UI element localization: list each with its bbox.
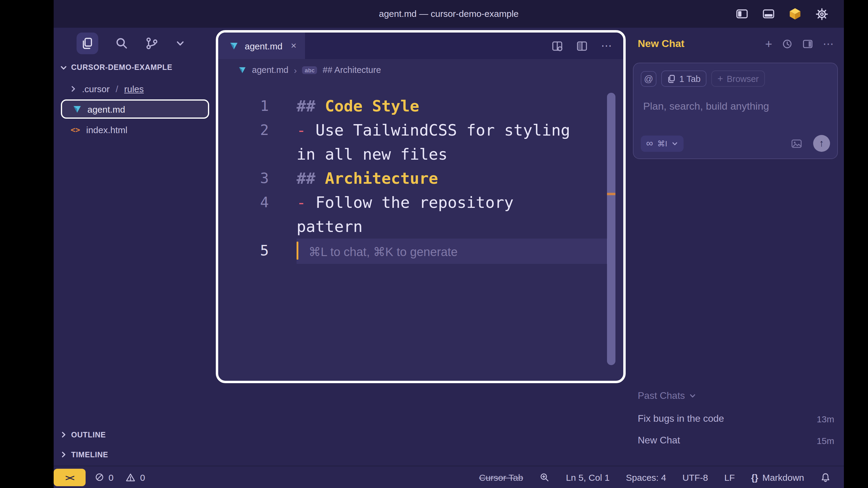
md-list-token: - (297, 193, 315, 212)
open-changes-icon[interactable] (552, 40, 563, 52)
code-editor[interactable]: 1 ## Code Style 2 - Use TailwindCSS for … (218, 81, 623, 264)
plus-icon: + (717, 74, 723, 84)
split-editor-icon[interactable] (576, 40, 588, 52)
main-area: CURSOR-DEMO-EXAMPLE .cursor/rules agent.… (54, 28, 844, 466)
timeline-section-header[interactable]: TIMELINE (54, 445, 216, 464)
infinity-icon: ∞ (646, 138, 653, 149)
encoding-status[interactable]: UTF-8 (682, 472, 708, 482)
app-window: agent.md — cursor-demo-example (54, 0, 844, 488)
cursor-position-status[interactable]: Ln 5, Col 1 (566, 472, 610, 482)
tab-context-chip[interactable]: 1 Tab (661, 70, 707, 87)
remote-icon: >< (65, 473, 74, 482)
braces-icon: {} (751, 472, 758, 482)
chat-header-actions: + ⋯ (765, 37, 834, 51)
editor-group: agent.md × ⋯ agent.md (216, 30, 626, 383)
past-chat-time: 15m (817, 435, 834, 446)
tab-close-icon[interactable]: × (291, 41, 297, 51)
chat-header: New Chat + ⋯ (638, 33, 834, 56)
notifications-bell-icon[interactable] (820, 472, 831, 482)
chat-input-card[interactable]: @ 1 Tab + Browser Plan, search, build an… (633, 63, 838, 159)
file-name: index.html (86, 124, 127, 135)
open-chat-in-editor-icon[interactable] (802, 38, 813, 50)
language-mode-status[interactable]: {} Markdown (751, 472, 804, 482)
tree-item-cursor-rules[interactable]: .cursor/rules (54, 78, 216, 99)
screen: agent.md — cursor-demo-example (0, 0, 868, 488)
breadcrumb: agent.md › abc ## Architecture (218, 59, 623, 81)
text-cursor-caret (297, 241, 299, 260)
toggle-panel-icon[interactable] (762, 7, 775, 21)
source-control-icon[interactable] (145, 37, 158, 50)
cursor-file-icon (238, 66, 247, 74)
editor-scrollbar[interactable] (607, 93, 615, 365)
past-chat-title: New Chat (638, 435, 680, 446)
zoom-icon[interactable] (539, 472, 550, 482)
more-views-chevron-icon[interactable] (176, 38, 185, 48)
past-chat-item-1[interactable]: Fix bugs in the code 13m (638, 410, 834, 428)
tree-item-agent-md[interactable]: agent.md (61, 99, 209, 119)
past-chats-header[interactable]: Past Chats (638, 388, 696, 404)
chat-input-placeholder[interactable]: Plan, search, build anything (643, 101, 769, 113)
new-chat-plus-icon[interactable]: + (765, 38, 772, 50)
title-bar: agent.md — cursor-demo-example (54, 0, 844, 28)
tab-agent-md[interactable]: agent.md × (218, 33, 305, 59)
tree-item-index-html[interactable]: <> index.html (54, 119, 216, 140)
warnings-count: 0 (140, 472, 145, 482)
search-icon[interactable] (115, 37, 128, 50)
folder-path-prefix: .cursor (82, 84, 110, 94)
send-button[interactable]: ↑ (813, 135, 830, 152)
cursor-file-icon (229, 41, 239, 51)
remote-indicator-button[interactable]: >< (54, 469, 86, 486)
past-chat-item-2[interactable]: New Chat 15m (638, 431, 834, 450)
md-text-token: Follow the repository pattern (297, 193, 523, 235)
explorer-view-button[interactable] (76, 33, 98, 54)
editor-actions: ⋯ (552, 33, 623, 59)
chat-title: New Chat (638, 38, 684, 50)
tab-label: agent.md (245, 41, 282, 51)
timeline-label: TIMELINE (71, 450, 108, 459)
past-chat-title: Fix bugs in the code (638, 413, 724, 424)
inline-hint-text: ⌘L to chat, ⌘K to generate (309, 245, 458, 258)
chevron-down-icon (672, 140, 678, 147)
browser-context-chip[interactable]: + Browser (711, 70, 765, 87)
browser-chip-label: Browser (727, 74, 758, 84)
line-number: 4 (218, 190, 269, 238)
settings-gear-icon[interactable] (815, 7, 828, 21)
files-icon (82, 37, 93, 50)
status-bar-right: Cursor Tab Ln 5, Col 1 Spaces: 4 UTF-8 L… (479, 466, 831, 488)
breadcrumb-symbol[interactable]: ## Architecture (323, 65, 381, 75)
problems-status[interactable]: 0 0 (95, 466, 145, 488)
outline-section-header[interactable]: OUTLINE (54, 425, 216, 445)
status-bar: >< 0 0 Cursor Tab Ln 5, Col 1 Spaces: 4 … (54, 466, 844, 488)
mode-shortcut-label: ⌘I (657, 139, 667, 148)
agent-mode-selector[interactable]: ∞ ⌘I (641, 135, 684, 152)
cursor-file-icon (72, 104, 82, 114)
path-separator: / (116, 84, 118, 94)
eol-status[interactable]: LF (724, 472, 735, 482)
breadcrumb-file[interactable]: agent.md (252, 65, 288, 75)
indentation-status[interactable]: Spaces: 4 (626, 472, 666, 482)
chat-history-icon[interactable] (782, 38, 793, 50)
past-chat-time: 13m (817, 414, 834, 424)
cursor-tab-toggle[interactable]: Cursor Tab (479, 472, 523, 482)
explorer-header-label: CURSOR-DEMO-EXAMPLE (71, 63, 173, 72)
language-label: Markdown (763, 472, 804, 482)
md-hash-token: ## (297, 169, 325, 187)
md-text-token: Use TailwindCSS for styling in all new f… (297, 121, 580, 163)
line-number: 1 (218, 94, 269, 118)
chevron-down-icon (60, 64, 67, 71)
breadcrumb-separator-icon: › (294, 65, 297, 75)
explorer-section-header[interactable]: CURSOR-DEMO-EXAMPLE (60, 59, 173, 76)
warnings-icon (126, 472, 136, 482)
tab-chip-label: 1 Tab (679, 74, 701, 84)
past-chats-label: Past Chats (638, 390, 685, 401)
sidebar-bottom-sections: OUTLINE TIMELINE (54, 425, 216, 464)
chevron-right-icon (69, 85, 77, 93)
cursor-logo-icon[interactable] (788, 7, 802, 21)
chat-more-icon[interactable]: ⋯ (823, 37, 834, 51)
folder-path-name[interactable]: rules (124, 84, 144, 94)
more-actions-icon[interactable]: ⋯ (601, 39, 613, 53)
toggle-sidebar-icon[interactable] (735, 7, 749, 21)
attach-image-icon[interactable] (791, 138, 802, 149)
code-line-5-current: 5 ⌘L to chat, ⌘K to generate (218, 238, 623, 264)
add-context-button[interactable]: @ (641, 71, 656, 87)
